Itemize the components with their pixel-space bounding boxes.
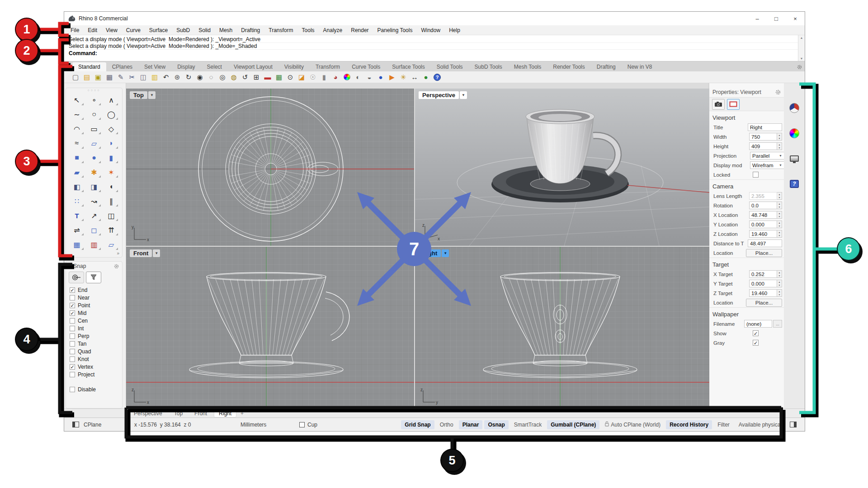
render-icon[interactable]: ● <box>421 72 431 82</box>
stepper-arrows-icon[interactable]: ▲▼ <box>777 142 782 150</box>
palette-point-icon[interactable]: ∘ <box>85 93 103 107</box>
osnap-item-disable[interactable]: Disable <box>70 385 122 393</box>
property-value-field[interactable]: 2.355 <box>749 192 777 200</box>
undo-icon[interactable]: ↶ <box>161 72 171 82</box>
palette-mirror-icon[interactable]: ⇌ <box>68 223 85 237</box>
status-cplane-menu[interactable]: CPlane <box>84 422 134 428</box>
palette-circle-icon[interactable]: ○ <box>85 107 103 122</box>
viewport-perspective-dropdown-icon[interactable]: ▼ <box>460 91 467 99</box>
palette-pipe-icon[interactable]: ∥ <box>103 194 120 208</box>
osnap-checkbox-disable[interactable] <box>70 387 75 392</box>
toolbar-tab-visibility[interactable]: Visibility <box>278 62 310 71</box>
palette-offset-sheet-icon[interactable]: ▱ <box>103 237 120 252</box>
maximize-button[interactable]: □ <box>767 12 786 25</box>
osnap-item-quad[interactable]: Quad <box>70 347 122 355</box>
viewport-layout-icon[interactable]: ⊞ <box>251 72 261 82</box>
viewport-right-label[interactable]: Right ▼ <box>419 249 449 257</box>
right-viewport-canvas[interactable] <box>415 247 709 408</box>
stepper-arrows-icon[interactable]: ▲▼ <box>777 280 782 287</box>
osnap-checkbox-project[interactable] <box>70 372 75 377</box>
stepper-arrows-icon[interactable]: ▲▼ <box>777 192 782 200</box>
menu-item-window[interactable]: Window <box>421 27 440 33</box>
menu-item-edit[interactable]: Edit <box>88 27 97 33</box>
toolbar-tab-render-tools[interactable]: Render Tools <box>547 62 591 71</box>
osnap-item-end[interactable]: ✓End <box>70 286 122 294</box>
palette-polyline-icon[interactable]: ∧ <box>103 93 120 107</box>
options-gears-icon[interactable]: ✳ <box>398 72 408 82</box>
viewport-tab-right[interactable]: Right <box>214 410 236 417</box>
palette-curve-icon[interactable]: ∼ <box>68 107 85 122</box>
toolbar-tab-surface-tools[interactable]: Surface Tools <box>386 62 431 71</box>
status-toggle-filter[interactable]: Filter <box>714 420 733 429</box>
palette-blend-curve-icon[interactable]: ≈ <box>68 136 85 150</box>
toolbar-options-icon[interactable] <box>797 63 802 71</box>
cplane-icon[interactable]: ▦ <box>274 72 284 82</box>
selection-filter-icon[interactable]: ◪ <box>297 72 307 82</box>
osnap-item-mid[interactable]: ✓Mid <box>70 309 122 317</box>
toolbar-tab-set-view[interactable]: Set View <box>138 62 171 71</box>
arrow-cone-icon[interactable]: ▶ <box>387 72 397 82</box>
osnap-checkbox-point[interactable]: ✓ <box>70 303 75 308</box>
palette-solid-edit-icon[interactable]: ◻ <box>85 223 103 237</box>
palette-split-icon[interactable]: ◨ <box>85 179 103 194</box>
viewport-top[interactable]: Top ▼ <box>126 89 414 246</box>
menu-item-tools[interactable]: Tools <box>302 27 315 33</box>
menu-item-surface[interactable]: Surface <box>149 27 168 33</box>
property-checkbox[interactable] <box>753 172 759 178</box>
stepper-arrows-icon[interactable]: ▲▼ <box>777 289 782 297</box>
minimize-button[interactable]: – <box>748 12 767 25</box>
toolbar-tab-solid-tools[interactable]: Solid Tools <box>431 62 469 71</box>
property-checkbox[interactable]: ✓ <box>753 340 759 346</box>
osnap-checkbox-mid[interactable]: ✓ <box>70 310 75 316</box>
toolbar-tab-new-in-v8[interactable]: New in V8 <box>622 62 658 71</box>
undo-view-icon[interactable]: ↺ <box>240 72 250 82</box>
panel-tab-display-monitor-icon[interactable] <box>788 153 801 164</box>
osnap-item-int[interactable]: Int <box>70 324 122 332</box>
palette-trim-icon[interactable]: ◧ <box>68 179 85 194</box>
menu-item-mesh[interactable]: Mesh <box>219 27 232 33</box>
palette-spheres-icon[interactable]: ● <box>85 150 103 165</box>
display-shaded-icon[interactable]: ◕ <box>330 72 340 82</box>
osnap-gear-icon[interactable] <box>114 264 119 269</box>
property-value-field[interactable]: 0.252 <box>749 270 777 278</box>
osnap-checkbox-near[interactable] <box>70 295 75 300</box>
osnap-checkbox-perp[interactable] <box>70 333 75 339</box>
command-area[interactable]: Select a display mode ( Viewport=Active … <box>64 35 805 61</box>
menu-item-file[interactable]: File <box>71 27 79 33</box>
zoom-extents-icon[interactable]: ◎ <box>217 72 227 82</box>
toolbar-tab-subd-tools[interactable]: SubD Tools <box>469 62 508 71</box>
osnap-checkbox-cen[interactable] <box>70 318 75 324</box>
status-toggle-available-physical[interactable]: Available physical <box>735 420 785 429</box>
palette-array-dup-icon[interactable]: ◫ <box>103 208 120 223</box>
palette-cylinder-icon[interactable]: ▮ <box>103 150 120 165</box>
set-view-icon[interactable]: ⊙ <box>285 72 295 82</box>
top-viewport-canvas[interactable] <box>126 89 414 246</box>
palette-boom-icon[interactable]: ✶ <box>103 165 120 179</box>
lock-icon[interactable]: ▮ <box>319 72 329 82</box>
osnap-item-knot[interactable]: Knot <box>70 355 122 363</box>
osnap-checkbox-knot[interactable] <box>70 357 75 362</box>
property-checkbox[interactable]: ✓ <box>753 330 759 336</box>
menu-item-render[interactable]: Render <box>351 27 368 33</box>
property-value-field[interactable]: 0.000 <box>749 221 777 228</box>
menu-item-subd[interactable]: SubD <box>176 27 190 33</box>
viewport-front-label[interactable]: Front ▼ <box>130 249 160 257</box>
status-coordinates[interactable]: x -15.576 y 38.164 z 0 <box>134 422 241 428</box>
toolbar-tab-standard[interactable]: Standard <box>72 62 106 71</box>
palette-box-icon[interactable]: ■ <box>68 150 85 165</box>
palette-text-icon[interactable]: T <box>68 208 85 223</box>
camera-button[interactable] <box>712 99 725 110</box>
palette-sheet-surface-icon[interactable]: ▰ <box>68 165 85 179</box>
osnap-item-near[interactable]: Near <box>70 294 122 301</box>
open-file-icon[interactable]: ▤ <box>82 72 92 82</box>
menu-item-paneling-tools[interactable]: Paneling Tools <box>377 27 413 33</box>
zoom-dynamic-icon[interactable]: ◉ <box>195 72 205 82</box>
properties-gear-icon[interactable] <box>775 89 781 95</box>
status-toggle-record-history[interactable]: Record History <box>666 420 712 429</box>
scroll-up-icon[interactable]: ▲ <box>800 36 803 39</box>
palette-rectangle-icon[interactable]: ▭ <box>85 122 103 136</box>
status-toggle-planar[interactable]: Planar <box>459 420 483 429</box>
menu-item-curve[interactable]: Curve <box>126 27 141 33</box>
menu-item-drafting[interactable]: Drafting <box>241 27 260 33</box>
palette-move-icon[interactable]: ↗ <box>85 208 103 223</box>
